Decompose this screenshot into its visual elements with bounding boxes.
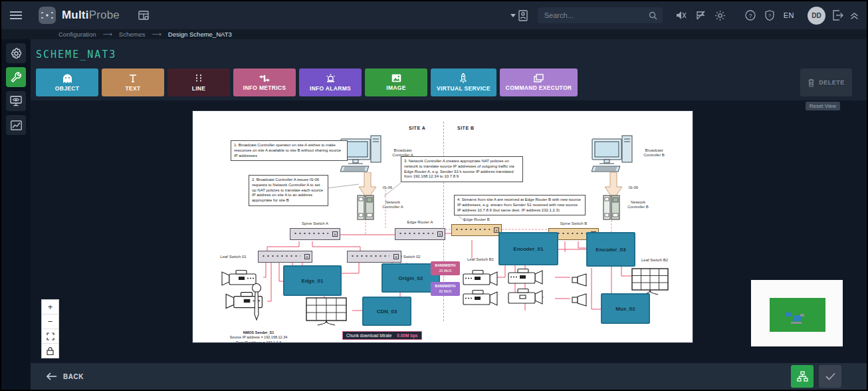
metric-badge-purple[interactable]: BANDWIDTH 82 Mb/S	[431, 282, 460, 296]
brand-name: MultiProbe	[62, 9, 120, 22]
brand[interactable]: MultiProbe	[39, 7, 120, 24]
chart-line-icon	[11, 120, 22, 130]
user-avatar[interactable]: DD	[808, 7, 825, 25]
lock-icon	[47, 347, 54, 355]
breadcrumb: Configuration ⟶ Schemes ⟶ Design Scheme_…	[1, 29, 867, 39]
svg-text:?: ?	[748, 13, 752, 19]
back-button[interactable]: BACK	[47, 372, 84, 380]
hamburger-menu-icon[interactable]	[1, 11, 31, 20]
info-alarms-button[interactable]: INFO ALARMS	[299, 68, 362, 96]
command-executor-button[interactable]: COMMAND EXECUTOR	[500, 68, 578, 96]
node-edge-01[interactable]: Edge_01	[283, 265, 342, 296]
support-shield-icon[interactable]: ?	[765, 10, 774, 21]
bookmark-dropdown-button[interactable]	[507, 8, 531, 23]
node-label: Encoder_03	[596, 247, 625, 253]
design-canvas[interactable]: Reset View	[31, 100, 867, 363]
minimap[interactable]	[751, 280, 843, 346]
help-icon[interactable]: ?	[745, 10, 756, 21]
network-controller-b-icon[interactable]	[603, 195, 620, 220]
logout-icon[interactable]	[832, 10, 843, 21]
info-metrics-button[interactable]: INFO METRICS	[233, 68, 296, 96]
svg-text:?: ?	[768, 13, 771, 19]
spine-switch-a-device[interactable]: ×	[290, 228, 340, 240]
edge-router-b-device[interactable]: ×	[451, 224, 502, 236]
button-label: INFO METRICS	[243, 84, 286, 91]
designer-toolbar: OBJECT TEXT LINE INFO METRICS	[36, 68, 867, 96]
topology-button[interactable]	[791, 365, 814, 388]
button-label: COMMAND EXECUTOR	[506, 84, 572, 91]
camera-icon[interactable]	[502, 268, 544, 287]
dashboard-grid-icon[interactable]	[138, 11, 149, 20]
note-2[interactable]: 2. Broadcast Controller A issues IS-06 r…	[249, 175, 328, 206]
search-input[interactable]	[543, 11, 645, 20]
sidebar-item-design-tools[interactable]	[6, 67, 26, 87]
note-4[interactable]: 4. Streams from site A are received at E…	[454, 195, 586, 215]
breadcrumb-arrow-icon: ⟶	[152, 31, 161, 38]
search-box	[538, 7, 663, 23]
node-label: CDN_03	[377, 309, 397, 315]
collapse-topbar-icon[interactable]	[850, 11, 859, 20]
check-icon	[825, 372, 835, 380]
metric-badge-title: BANDWIDTH	[431, 284, 459, 289]
brand-bold: Multi	[62, 9, 89, 21]
delete-label: DELETE	[819, 79, 845, 86]
minimap-viewport[interactable]	[770, 298, 825, 332]
spine-switch-a-label: Spine Switch A	[290, 221, 340, 226]
zoom-in-button[interactable]: +	[42, 300, 58, 315]
sidebar-item-monitoring[interactable]	[6, 91, 26, 111]
brightness-icon[interactable]	[715, 11, 725, 21]
edge-router-a-device[interactable]: ×	[395, 228, 445, 240]
wrench-icon	[11, 72, 22, 83]
back-label: BACK	[63, 373, 84, 380]
virtual-service-button[interactable]: VIRTUAL SERVICE	[431, 68, 496, 96]
fit-view-button[interactable]	[42, 329, 58, 344]
camera-icon[interactable]	[457, 289, 498, 308]
sidebar-item-analytics[interactable]	[6, 115, 26, 135]
node-encoder-03[interactable]: Encoder_03	[586, 232, 635, 267]
fit-view-icon	[47, 332, 54, 340]
button-label: IMAGE	[386, 84, 405, 91]
camera-icon[interactable]	[225, 291, 269, 312]
metric-badge-pink[interactable]: BANDWIDTH 20 Mb/S	[431, 261, 460, 275]
chunk-bitrate-badge[interactable]: Chunk download bitrate 0.00M bps	[342, 331, 422, 340]
chunk-bitrate-label: Chunk download bitrate	[346, 333, 391, 338]
search-icon[interactable]	[649, 11, 657, 20]
text-button[interactable]: TEXT	[102, 68, 164, 96]
node-cdn-03[interactable]: CDN_03	[362, 297, 411, 326]
broadcast-controller-b-icon[interactable]	[592, 135, 634, 174]
leaf-switch-02-device[interactable]: ×	[347, 251, 401, 263]
video-wall-icon[interactable]	[306, 297, 347, 328]
node-label: Origin_02	[399, 275, 423, 281]
camera-icon[interactable]	[457, 269, 498, 288]
breadcrumb-configuration[interactable]: Configuration	[58, 31, 96, 38]
network-controller-a-icon[interactable]	[357, 195, 374, 220]
image-button[interactable]: VIRTUAL SERVICE IMAGE	[365, 68, 427, 96]
scheme-board[interactable]: SITE A SITE B 1. Broadcast Controller op…	[193, 111, 693, 342]
line-button[interactable]: LINE	[167, 68, 230, 96]
object-button[interactable]: OBJECT	[36, 68, 98, 96]
sidebar-item-settings[interactable]	[6, 43, 26, 63]
microphone-icon[interactable]	[251, 283, 262, 321]
node-encoder-01[interactable]: Encoder_01	[498, 232, 558, 265]
speaker-icon[interactable]	[572, 293, 588, 307]
lock-view-button[interactable]	[42, 344, 58, 358]
flag-disabled-icon[interactable]	[696, 11, 706, 20]
delete-button[interactable]: DELETE	[800, 68, 852, 96]
note-1[interactable]: 1. Broadcast Controller operator on site…	[231, 140, 348, 161]
sound-muted-icon[interactable]	[676, 11, 687, 20]
image-icon	[391, 74, 401, 82]
zoom-out-button[interactable]: −	[42, 315, 58, 329]
breadcrumb-schemes[interactable]: Schemes	[119, 31, 146, 38]
minimap-node	[800, 314, 804, 317]
speaker-icon[interactable]	[572, 273, 588, 287]
reset-view-button[interactable]: Reset View	[806, 102, 840, 110]
leaf-switch-01-device[interactable]: ×	[258, 251, 312, 263]
note-3[interactable]: 3. Network Controller A creates appropri…	[401, 156, 523, 182]
is06-a-label: IS-06	[379, 186, 396, 190]
node-mux-02[interactable]: Mux_02	[601, 293, 650, 324]
language-selector[interactable]: EN	[784, 11, 794, 19]
confirm-button[interactable]	[819, 365, 841, 388]
camera-icon[interactable]	[502, 288, 544, 307]
app-window: MultiProbe ? ? EN DD	[1, 1, 867, 390]
metric-badge-value: 82 Mb/S	[431, 289, 459, 295]
